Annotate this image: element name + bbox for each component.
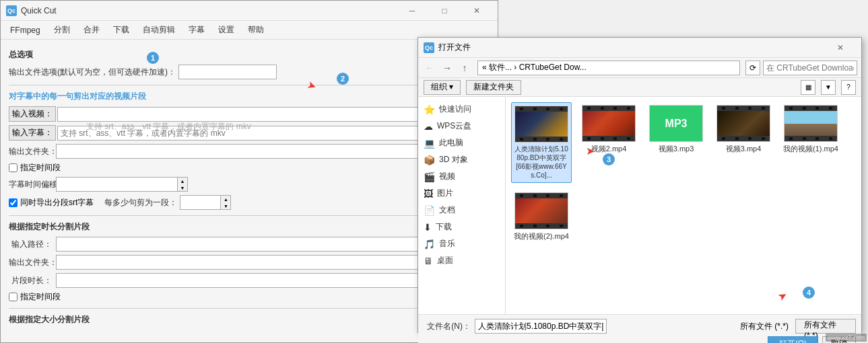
video-preview-5 (784, 111, 837, 136)
specify-time-checkbox[interactable] (9, 163, 18, 172)
file-item-5[interactable]: 我的视频(1).mp4 (780, 102, 841, 183)
fixed-time-checkbox[interactable] (9, 293, 18, 301)
annotation-4: 4 (803, 287, 815, 299)
quick-access-icon: ⭐ (424, 104, 435, 115)
menu-ffmpeg[interactable]: FFmpeg (3, 23, 47, 38)
segment-input[interactable]: 1 (180, 195, 220, 210)
sidebar-item-wps[interactable]: ☁ WPS云盘 (418, 118, 505, 135)
up-button[interactable]: ↑ (457, 61, 472, 75)
close-button[interactable]: ✕ (461, 1, 492, 21)
subtitle-input-field[interactable] (57, 126, 436, 141)
3d-objects-icon: 📦 (424, 155, 435, 165)
file-item-4[interactable]: 视频3.mp4 (713, 102, 774, 183)
sidebar-item-quick-access[interactable]: ⭐ 快速访问 (418, 101, 505, 118)
export-srt-checkbox[interactable] (9, 198, 18, 207)
menu-auto-cut[interactable]: 自动剪辑 (136, 22, 182, 38)
vid6-background (515, 198, 568, 223)
file-item-6[interactable]: 我的视频(2).mp4 (511, 190, 572, 243)
annotation-1: 1 (147, 52, 159, 64)
pictures-icon: 🖼 (424, 188, 433, 199)
time-offset-down[interactable]: ▼ (178, 184, 187, 191)
view-btn-2[interactable]: ▼ (821, 80, 836, 95)
film-hole (735, 107, 739, 110)
open-button[interactable]: 打开(O) (768, 336, 818, 343)
film-hole (722, 107, 725, 110)
title-bar: Qc Quick Cut ─ □ ✕ (1, 1, 498, 21)
time-offset-input[interactable]: 0.00 (56, 177, 177, 192)
file-item-2[interactable]: 视频2.mp4 (578, 102, 639, 183)
file-name-5: 我的视频(1).mp4 (783, 144, 838, 153)
subtitle-input-label: 输入字幕： (9, 125, 56, 141)
sidebar-item-downloads[interactable]: ⬇ 下载 (418, 219, 505, 235)
film-strip-top-2 (582, 106, 635, 111)
file-item-1[interactable]: 人类清除计划5.1080p.BD中英双字[66影视www.66Ys.Co]... (511, 102, 572, 183)
video-preview-4 (717, 111, 770, 136)
filename-input[interactable] (475, 319, 607, 334)
sidebar-item-documents[interactable]: 📄 文档 (418, 202, 505, 219)
search-input[interactable] (763, 61, 857, 75)
file-name-2: 视频2.mp4 (591, 144, 627, 153)
menu-download[interactable]: 下载 (106, 22, 136, 38)
film-hole (762, 107, 765, 110)
film-hole (520, 194, 523, 197)
organize-button[interactable]: 组织 ▾ (424, 80, 461, 95)
film-strip-bottom-6 (515, 223, 568, 229)
sidebar-item-pictures[interactable]: 🖼 图片 (418, 185, 505, 202)
sidebar-item-this-pc[interactable]: 💻 此电脑 (418, 135, 505, 151)
film-hole (803, 107, 806, 110)
menu-split[interactable]: 分割 (47, 22, 77, 38)
film-hole (587, 107, 591, 110)
film-hole (587, 137, 591, 140)
segment-up[interactable]: ▲ (221, 196, 230, 202)
view-btn-3[interactable]: ? (841, 80, 856, 95)
menu-help[interactable]: 帮助 (241, 22, 271, 38)
dialog-close-button[interactable]: ✕ (825, 38, 856, 58)
file-name-6: 我的视频(2).mp4 (514, 231, 569, 241)
maximize-button[interactable]: □ (429, 1, 460, 21)
annotation-3: 3 (603, 153, 615, 165)
forward-button[interactable]: → (440, 61, 455, 75)
film-hole (533, 138, 537, 141)
new-folder-button[interactable]: 新建文件夹 (466, 80, 521, 95)
file-name-1: 人类清除计划5.1080p.BD中英双字[66影视www.66Ys.Co]... (514, 145, 568, 180)
sidebar-item-desktop[interactable]: 🖥 桌面 (418, 252, 505, 269)
file-dialog-sidebar: ⭐ 快速访问 ☁ WPS云盘 💻 此电脑 📦 3D 对象 🎬 视频 🖼 图片 (418, 97, 506, 314)
sidebar-item-3d[interactable]: 📦 3D 对象 (418, 151, 505, 168)
output-options-input[interactable] (178, 65, 277, 79)
segment-down[interactable]: ▼ (221, 202, 230, 209)
sidebar-item-videos[interactable]: 🎬 视频 (418, 168, 505, 185)
time-offset-up[interactable]: ▲ (178, 178, 187, 184)
wps-cloud-icon: ☁ (424, 121, 433, 132)
fixed-input-label: 输入路径： (9, 239, 56, 250)
minimize-button[interactable]: ─ (397, 1, 428, 21)
film-strip-bottom-2 (582, 136, 635, 141)
view-btn-1[interactable]: ▦ (801, 80, 815, 95)
dialog-title: 打开文件 (438, 42, 825, 53)
menu-subtitle[interactable]: 字幕 (182, 22, 211, 38)
file-thumb-4 (716, 105, 770, 142)
music-icon: 🎵 (424, 239, 435, 250)
video-input-label: 输入视频： (9, 106, 56, 122)
film-hole (815, 137, 819, 140)
vid3-background (717, 111, 770, 136)
path-bar[interactable]: « 软件... › CRTubeGet Dow... (477, 61, 740, 75)
fixed-input-field[interactable] (56, 237, 436, 252)
film-strip-top-1 (515, 106, 568, 112)
film-hole (560, 225, 563, 227)
sidebar-item-music[interactable]: 🎵 音乐 (418, 235, 505, 252)
video-preview-6 (515, 198, 568, 223)
refresh-button[interactable]: ⟳ (745, 61, 760, 75)
film-hole (829, 137, 832, 140)
file-dialog: Qc 打开文件 ✕ ← → ↑ « 软件... › CRTubeGet Dow.… (418, 37, 862, 333)
back-button[interactable]: ← (422, 61, 437, 75)
video-input-field[interactable] (57, 107, 436, 122)
menu-merge[interactable]: 合并 (77, 22, 106, 38)
mp3-icon: MP3 (649, 105, 703, 142)
film-strip-bottom-4 (717, 136, 770, 141)
filetype-dropdown[interactable]: 所有文件 (*.*) (795, 319, 856, 334)
dialog-body: ⭐ 快速访问 ☁ WPS云盘 💻 此电脑 📦 3D 对象 🎬 视频 🖼 图片 (418, 97, 861, 315)
file-item-3[interactable]: MP3 视频3.mp3 (646, 102, 706, 183)
menu-settings[interactable]: 设置 (211, 22, 241, 38)
film-hole (762, 137, 765, 140)
film-hole (829, 107, 832, 110)
